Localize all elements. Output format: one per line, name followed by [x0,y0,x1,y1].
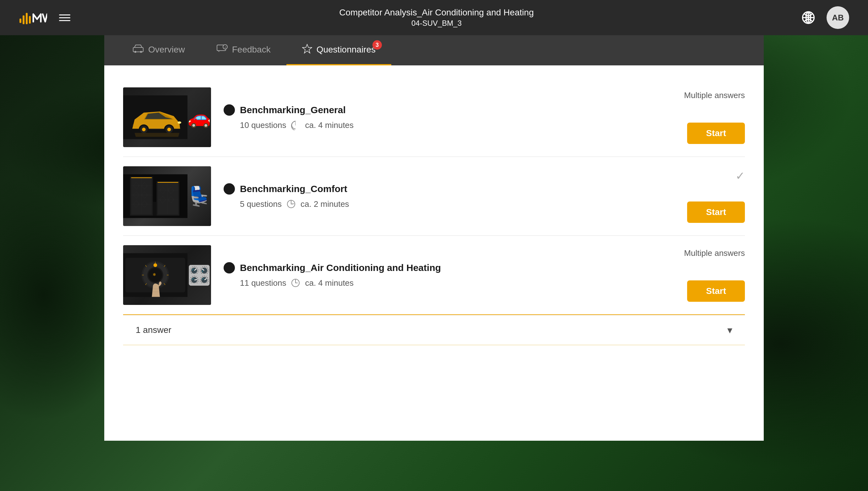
questionnaire-info-2: Benchmarking_Comfort 5 questions ca. 2 m… [224,166,638,226]
content-area: Benchmarking_General 10 questions ca. 4 … [104,65,764,441]
answer-summary-text: 1 answer [136,325,172,335]
page-title: Competitor Analysis_Air Conditioning and… [339,7,533,18]
questionnaire-title-row-3: Benchmarking_Air Conditioning and Heatin… [224,262,638,273]
questionnaire-type-1: Multiple answers [684,90,745,100]
questionnaire-circle-icon-3 [224,262,235,273]
navbar: Competitor Analysis_Air Conditioning and… [0,0,868,35]
questionnaire-meta-3: 11 questions ca. 4 minutes [224,278,638,288]
questionnaire-card-2: Benchmarking_Comfort 5 questions ca. 2 m… [123,157,745,236]
questionnaire-title-1: Benchmarking_General [240,105,346,115]
tab-overview-label: Overview [148,45,185,55]
navbar-center: Competitor Analysis_Air Conditioning and… [339,7,533,28]
start-button-3[interactable]: Start [687,280,745,302]
tab-overview[interactable]: Overview [117,35,201,65]
time-icon-1 [290,120,301,130]
questionnaire-image-2 [123,166,211,226]
svg-rect-3 [29,16,31,24]
hamburger-line-2 [59,17,70,18]
svg-point-10 [140,51,142,53]
questionnaire-actions-1: Multiple answers Start [651,87,745,147]
questionnaire-actions-3: Multiple answers Start [651,245,745,305]
logo-waveform-icon [19,10,47,26]
hamburger-line-3 [59,20,70,21]
svg-rect-8 [133,48,143,52]
chevron-down-icon: ▾ [727,324,732,336]
svg-point-22 [167,127,171,132]
svg-marker-14 [302,44,312,53]
tab-questionnaires-label: Questionnaires [316,45,376,55]
car-icon [132,44,144,55]
svg-rect-1 [23,16,25,24]
time-icon-3 [290,278,301,288]
questionnaire-circle-icon-1 [224,104,235,116]
svg-point-23 [178,121,182,123]
questionnaire-duration-3: ca. 4 minutes [305,278,353,288]
questionnaire-title-2: Benchmarking_Comfort [240,183,347,194]
navbar-right: AB [800,6,849,29]
car-interior-image [123,166,187,226]
questionnaires-badge: 3 [372,40,382,50]
tab-feedback[interactable]: ✓ Feedback [201,35,286,65]
questionnaire-info-1: Benchmarking_General 10 questions ca. 4 … [224,87,638,147]
globe-icon [801,11,815,25]
questionnaire-questions-1: 10 questions [240,120,286,130]
svg-rect-2 [26,13,28,24]
questionnaire-title-row-1: Benchmarking_General [224,104,638,116]
questionnaire-title-row-2: Benchmarking_Comfort [224,183,638,195]
hamburger-menu-button[interactable] [57,12,73,24]
questionnaire-meta-1: 10 questions ca. 4 minutes [224,120,638,130]
svg-point-19 [142,127,146,132]
questionnaire-title-3: Benchmarking_Air Conditioning and Heatin… [240,262,441,273]
questionnaire-duration-1: ca. 4 minutes [305,120,353,130]
page-subtitle: 04-SUV_BM_3 [339,19,533,28]
questionnaire-circle-icon-2 [224,183,235,195]
questionnaire-duration-2: ca. 2 minutes [301,199,349,209]
star-icon [302,44,312,56]
language-button[interactable] [800,9,816,26]
questionnaire-card-3: ❄ Benchmarking_Air Conditioning and Heat… [123,236,745,315]
questionnaire-image-1 [123,87,211,147]
time-icon-2 [286,199,296,209]
svg-point-9 [134,51,136,53]
avatar[interactable]: AB [827,6,849,29]
svg-point-48 [154,263,157,267]
car-ac-image: ❄ [123,245,187,305]
questionnaire-actions-2: ✓ Start [651,166,745,226]
answer-summary[interactable]: 1 answer ▾ [123,315,745,345]
car-sports-image [123,87,187,147]
navbar-left [19,10,73,26]
main-container: Overview ✓ Feedback Questionnaires 3 [104,35,764,441]
questionnaire-info-3: Benchmarking_Air Conditioning and Heatin… [224,245,638,305]
feedback-icon: ✓ [216,44,228,55]
tab-bar: Overview ✓ Feedback Questionnaires 3 [104,35,764,65]
svg-rect-0 [20,19,21,23]
questionnaire-card-1: Benchmarking_General 10 questions ca. 4 … [123,78,745,157]
logo [19,10,47,26]
tab-questionnaires[interactable]: Questionnaires 3 [286,35,391,65]
questionnaire-check-2: ✓ [736,169,745,183]
questionnaire-meta-2: 5 questions ca. 2 minutes [224,199,638,209]
questionnaire-questions-3: 11 questions [240,278,286,288]
questionnaire-image-3: ❄ [123,245,211,305]
svg-text:❄: ❄ [153,272,156,277]
start-button-1[interactable]: Start [687,123,745,144]
hamburger-line-1 [59,15,70,16]
tab-feedback-label: Feedback [232,45,271,55]
start-button-2[interactable]: Start [687,202,745,223]
questionnaire-questions-2: 5 questions [240,199,282,209]
svg-point-24 [292,121,299,129]
questionnaire-type-3: Multiple answers [684,248,745,258]
svg-text:✓: ✓ [224,45,227,49]
